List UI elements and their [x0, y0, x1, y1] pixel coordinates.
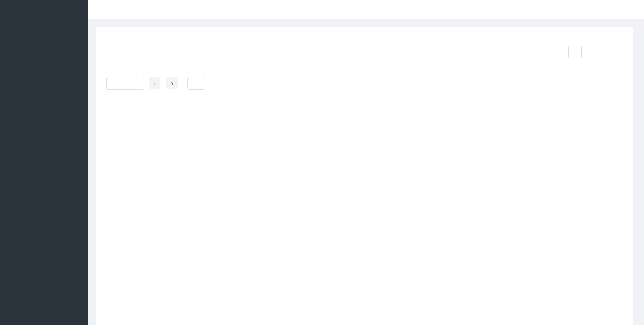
- tabbar-actions: [606, 3, 637, 16]
- main-area: ‹ ›: [88, 0, 644, 325]
- close-button[interactable]: [606, 3, 620, 16]
- search-button[interactable]: [587, 46, 600, 58]
- next-page-button[interactable]: ›: [166, 77, 178, 89]
- clear-all-button[interactable]: [606, 46, 619, 58]
- pagination: ‹ ›: [102, 77, 627, 90]
- page-size-select[interactable]: [106, 77, 144, 90]
- tab-bar: [88, 0, 644, 19]
- export-button[interactable]: [568, 46, 582, 58]
- content: ‹ ›: [88, 19, 644, 325]
- app: ‹ ›: [0, 0, 644, 325]
- prev-page-button[interactable]: ‹: [149, 77, 160, 89]
- report-card: ‹ ›: [96, 27, 633, 325]
- board-display-button[interactable]: [624, 3, 637, 16]
- pager: ‹ ›: [149, 77, 178, 89]
- sidebar: [0, 0, 88, 325]
- toolbar-right: [568, 46, 627, 58]
- goto-page-input[interactable]: [187, 77, 205, 90]
- toolbar: [102, 46, 627, 58]
